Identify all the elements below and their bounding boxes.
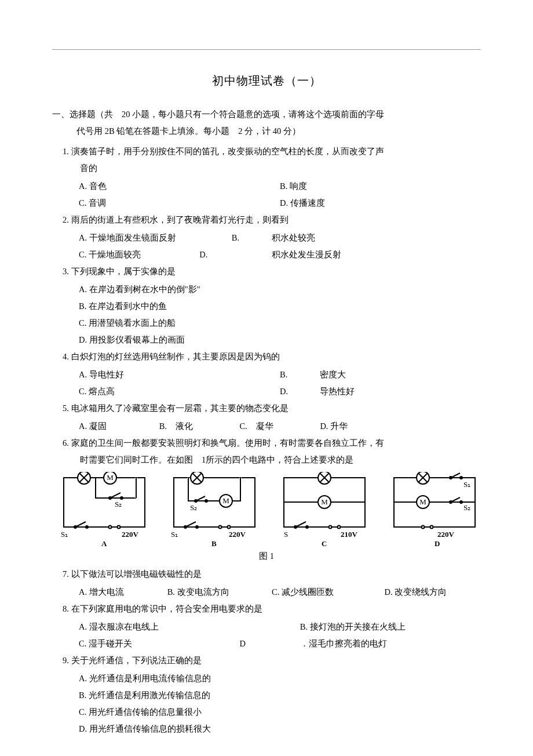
svg-text:S₂: S₂	[190, 503, 197, 512]
svg-text:A: A	[101, 539, 107, 547]
q7-opt-a: A. 增大电流	[79, 584, 167, 601]
q2-opt-a: A. 干燥地面发生镜面反射	[79, 230, 232, 246]
q8-options: A. 湿衣服凉在电线上 B. 接灯泡的开关接在火线上 C. 湿手碰开关 D ．湿…	[52, 619, 481, 652]
q4-opt-c: C. 熔点高	[79, 383, 280, 400]
question-2: 2. 雨后的街道上有些积水，到了夜晚背着灯光行走，则看到	[52, 212, 481, 228]
svg-text:C: C	[322, 539, 327, 547]
q7-text: 以下做法可以增强电磁铁磁性的是	[71, 569, 202, 579]
q7-opt-d: D. 改变绕线方向	[384, 584, 447, 601]
figure-1-caption: 图 1	[52, 548, 481, 564]
q8-d-label: D	[240, 635, 300, 652]
q3-opt-d: D. 用投影仪看银幕上的画面	[79, 332, 481, 348]
svg-rect-14	[174, 478, 255, 527]
q4-b-label: B.	[280, 366, 320, 383]
circuits-svg: M S₂ S₁ 220V A	[52, 472, 481, 547]
q9-opt-c: C. 用光纤通信传输的信息量很小	[79, 704, 481, 721]
svg-point-49	[422, 526, 425, 529]
q2-opt-c: C. 干燥地面较亮	[79, 246, 199, 263]
q9-options: A. 光纤通信是利用电流传输信息的 B. 光纤通信是利用激光传输信息的 C. 用…	[52, 670, 481, 737]
q2-options: A. 干燥地面发生镜面反射 B. 积水处较亮 C. 干燥地面较亮 D. 积水处发…	[52, 230, 481, 263]
svg-text:220V: 220V	[122, 530, 139, 539]
svg-text:M: M	[107, 473, 114, 482]
q2-opt-b: 积水处较亮	[272, 230, 315, 246]
svg-text:M: M	[321, 497, 328, 506]
svg-point-17	[205, 500, 207, 502]
svg-text:220V: 220V	[229, 530, 246, 539]
q8-opt-a: A. 湿衣服凉在电线上	[79, 619, 300, 635]
q4-opt-a: A. 导电性好	[79, 366, 280, 383]
exam-title: 初中物理试卷（一）	[52, 73, 481, 89]
q7-opt-b: B. 改变电流方向	[167, 584, 272, 601]
svg-point-47	[460, 501, 462, 503]
q1-text-l2: 音的	[63, 160, 481, 177]
svg-point-33	[306, 526, 308, 528]
q3-opt-a: A. 在岸边看到树在水中的倒"影"	[79, 281, 481, 298]
section-1-intro: 一、选择题（共 20 小题，每小题只有一个符合题意的选项，请将这个选项前面的字母…	[52, 106, 481, 140]
q5-opt-b: B. 液化	[159, 418, 240, 435]
q4-options: A. 导电性好 B. 密度大 C. 熔点高 D. 导热性好	[52, 366, 481, 400]
q1-options: A. 音色 B. 响度 C. 音调 D. 传播速度	[52, 178, 481, 212]
q5-opt-c: C. 凝华	[240, 418, 320, 435]
q9-opt-d: D. 用光纤通信传输信息的损耗很大	[79, 721, 481, 737]
svg-point-50	[430, 526, 433, 529]
question-3: 3. 下列现象中，属于实像的是	[52, 263, 481, 280]
q3-opt-b: B. 在岸边看到水中的鱼	[79, 298, 481, 315]
svg-text:M: M	[419, 497, 426, 506]
question-5: 5. 电冰箱用久了冷藏室里会有一层霜，其主要的物态变化是	[52, 400, 481, 417]
q8-text: 在下列家庭用电的常识中，符合安全用电要求的是	[71, 604, 262, 613]
svg-text:S₂: S₂	[115, 500, 122, 508]
svg-point-42	[460, 477, 462, 479]
question-7: 7. 以下做法可以增强电磁铁磁性的是	[52, 566, 481, 583]
exam-page: 初中物理试卷（一） 一、选择题（共 20 小题，每小题只有一个符合题意的选项，请…	[0, 0, 533, 756]
svg-text:D: D	[435, 539, 440, 547]
q3-number: 3.	[63, 267, 69, 276]
q5-opt-a: A. 凝固	[79, 418, 159, 435]
question-9: 9. 关于光纤通信，下列说法正确的是	[52, 652, 481, 669]
q1-opt-d: D. 传播速度	[280, 195, 481, 212]
q1-opt-a: A. 音色	[79, 178, 280, 195]
question-4: 4. 白炽灯泡的灯丝选用钨丝制作，其主要原因是因为钨的	[52, 348, 481, 365]
q5-options: A. 凝固 B. 液化 C. 凝华 D. 升华	[52, 418, 481, 435]
svg-text:S₁: S₁	[171, 530, 178, 539]
q2-d-label: D.	[199, 246, 272, 263]
q9-opt-a: A. 光纤通信是利用电流传输信息的	[79, 670, 481, 687]
q1-opt-b: B. 响度	[280, 178, 481, 195]
q1-number: 1.	[63, 147, 69, 156]
q8-opt-b: B. 接灯泡的开关接在火线上	[300, 619, 406, 635]
q6-text-l2: 时需要它们同时工作。在如图 1所示的四个电路中，符合上述要求的是	[63, 452, 481, 468]
q7-number: 7.	[63, 569, 69, 579]
svg-point-22	[196, 526, 198, 528]
svg-point-24	[219, 526, 222, 529]
svg-point-36	[338, 526, 341, 529]
q3-options: A. 在岸边看到树在水中的倒"影" B. 在岸边看到水中的鱼 C. 用潜望镜看水…	[52, 281, 481, 348]
question-6: 6. 家庭的卫生间一般都要安装照明灯和换气扇。使用时，有时需要各自独立工作，有 …	[52, 435, 481, 468]
svg-point-8	[86, 526, 88, 528]
svg-text:S₂: S₂	[463, 503, 470, 512]
intro-line-1: 一、选择题（共 20 小题，每小题只有一个符合题意的选项，请将这个选项前面的字母	[52, 106, 481, 123]
q8-opt-d: ．湿毛巾擦亮着的电灯	[300, 635, 387, 652]
q9-text: 关于光纤通信，下列说法正确的是	[71, 656, 202, 665]
svg-point-5	[121, 497, 123, 499]
q5-number: 5.	[63, 404, 69, 413]
q4-opt-b: 密度大	[320, 366, 346, 383]
q2-opt-d: 积水处发生漫反射	[272, 246, 341, 263]
svg-text:S₁: S₁	[463, 480, 470, 489]
svg-text:220V: 220V	[437, 530, 455, 539]
q2-b-label: B.	[232, 230, 272, 246]
q5-text: 电冰箱用久了冷藏室里会有一层霜，其主要的物态变化是	[71, 404, 289, 413]
svg-text:210V: 210V	[341, 530, 358, 539]
q7-options: A. 增大电流 B. 改变电流方向 C. 减少线圈匝数 D. 改变绕线方向	[52, 584, 481, 601]
svg-point-10	[109, 526, 112, 529]
q8-opt-c: C. 湿手碰开关	[79, 635, 240, 652]
q8-number: 8.	[63, 604, 69, 613]
svg-point-25	[228, 526, 231, 529]
q4-opt-d: 导热性好	[320, 383, 355, 400]
q4-number: 4.	[63, 352, 69, 361]
svg-text:S₁: S₁	[61, 530, 68, 539]
q3-text: 下列现象中，属于实像的是	[71, 267, 176, 276]
intro-line-2: 代号用 2B 铅笔在答题卡上填涂。每小题 2 分，计 40 分）	[52, 123, 481, 140]
svg-text:B: B	[211, 539, 217, 547]
figure-1-circuits: M S₂ S₁ 220V A	[52, 472, 481, 547]
svg-point-35	[329, 526, 332, 529]
q9-opt-b: B. 光纤通信是利用激光传输信息的	[79, 687, 481, 704]
